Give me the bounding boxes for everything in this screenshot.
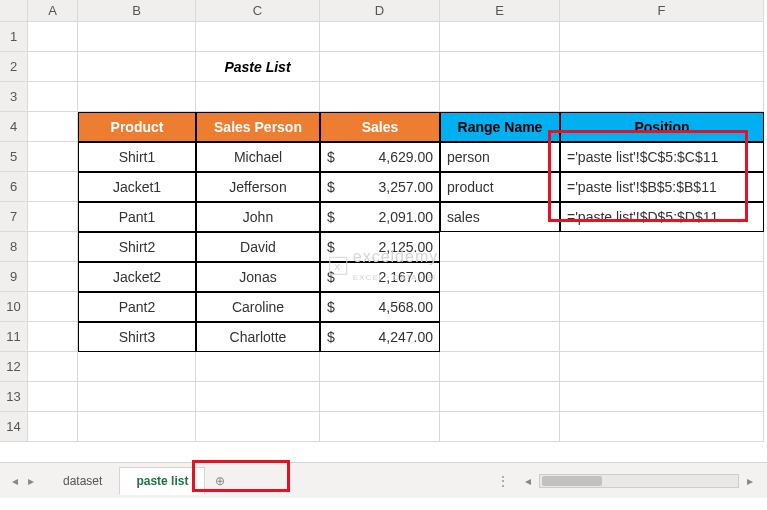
cell-F11[interactable] [560, 322, 764, 352]
cell-A4[interactable] [28, 112, 78, 142]
cell-product-6[interactable]: Shirt3 [78, 322, 196, 352]
tab-prev-icon[interactable]: ▸ [24, 472, 38, 490]
cell-A14[interactable] [28, 412, 78, 442]
cell-sales-3[interactable]: $2,125.00 [320, 232, 440, 262]
cell-person-3[interactable]: David [196, 232, 320, 262]
cell-E13[interactable] [440, 382, 560, 412]
cell-F8[interactable] [560, 232, 764, 262]
cell-A9[interactable] [28, 262, 78, 292]
cell-person-6[interactable]: Charlotte [196, 322, 320, 352]
colhead-B[interactable]: B [78, 0, 196, 22]
cell-person-1[interactable]: Jefferson [196, 172, 320, 202]
rowhead-3[interactable]: 3 [0, 82, 28, 112]
cell-F9[interactable] [560, 262, 764, 292]
cell-B1[interactable] [78, 22, 196, 52]
cell-E3[interactable] [440, 82, 560, 112]
cell-F10[interactable] [560, 292, 764, 322]
scroll-right-icon[interactable]: ▸ [747, 474, 753, 488]
cell-B3[interactable] [78, 82, 196, 112]
cell-F3[interactable] [560, 82, 764, 112]
cell-product-4[interactable]: Jacket2 [78, 262, 196, 292]
cell-D12[interactable] [320, 352, 440, 382]
cell-product-3[interactable]: Shirt2 [78, 232, 196, 262]
cell-A11[interactable] [28, 322, 78, 352]
cell-C12[interactable] [196, 352, 320, 382]
cell-pos-2[interactable]: ='paste list'!$D$5:$D$11 [560, 202, 764, 232]
scroll-left-icon[interactable]: ◂ [525, 474, 531, 488]
cell-E9[interactable] [440, 262, 560, 292]
cell-product-5[interactable]: Pant2 [78, 292, 196, 322]
cell-E12[interactable] [440, 352, 560, 382]
rowhead-5[interactable]: 5 [0, 142, 28, 172]
rowhead-12[interactable]: 12 [0, 352, 28, 382]
cell-person-4[interactable]: Jonas [196, 262, 320, 292]
cell-C1[interactable] [196, 22, 320, 52]
rowhead-2[interactable]: 2 [0, 52, 28, 82]
rowhead-4[interactable]: 4 [0, 112, 28, 142]
cell-D1[interactable] [320, 22, 440, 52]
cell-sales-1[interactable]: $3,257.00 [320, 172, 440, 202]
cell-F1[interactable] [560, 22, 764, 52]
tab-paste-list[interactable]: paste list [119, 467, 205, 495]
cell-E2[interactable] [440, 52, 560, 82]
header-sales-person[interactable]: Sales Person [196, 112, 320, 142]
colhead-D[interactable]: D [320, 0, 440, 22]
cell-sales-5[interactable]: $4,568.00 [320, 292, 440, 322]
cell-A6[interactable] [28, 172, 78, 202]
scrollbar-thumb[interactable] [542, 476, 602, 486]
cell-sales-0[interactable]: $4,629.00 [320, 142, 440, 172]
header-product[interactable]: Product [78, 112, 196, 142]
cell-F14[interactable] [560, 412, 764, 442]
cell-pos-1[interactable]: ='paste list'!$B$5:$B$11 [560, 172, 764, 202]
cell-sales-4[interactable]: $2,167.00 [320, 262, 440, 292]
colhead-C[interactable]: C [196, 0, 320, 22]
cell-range-1[interactable]: product [440, 172, 560, 202]
header-sales[interactable]: Sales [320, 112, 440, 142]
cell-C3[interactable] [196, 82, 320, 112]
cell-A8[interactable] [28, 232, 78, 262]
cell-E14[interactable] [440, 412, 560, 442]
cell-A13[interactable] [28, 382, 78, 412]
rowhead-10[interactable]: 10 [0, 292, 28, 322]
add-sheet-button[interactable]: ⊕ [205, 474, 235, 488]
cell-person-5[interactable]: Caroline [196, 292, 320, 322]
select-all[interactable] [0, 0, 28, 22]
cell-A12[interactable] [28, 352, 78, 382]
colhead-A[interactable]: A [28, 0, 78, 22]
cell-B12[interactable] [78, 352, 196, 382]
cell-E8[interactable] [440, 232, 560, 262]
cell-D3[interactable] [320, 82, 440, 112]
cell-C13[interactable] [196, 382, 320, 412]
cell-C14[interactable] [196, 412, 320, 442]
cell-D2[interactable] [320, 52, 440, 82]
cell-E1[interactable] [440, 22, 560, 52]
colhead-F[interactable]: F [560, 0, 764, 22]
tab-dataset[interactable]: dataset [46, 467, 119, 495]
cell-F2[interactable] [560, 52, 764, 82]
header-range-name[interactable]: Range Name [440, 112, 560, 142]
horizontal-scrollbar[interactable] [539, 474, 739, 488]
rowhead-9[interactable]: 9 [0, 262, 28, 292]
rowhead-13[interactable]: 13 [0, 382, 28, 412]
cell-product-1[interactable]: Jacket1 [78, 172, 196, 202]
rowhead-14[interactable]: 14 [0, 412, 28, 442]
cell-A7[interactable] [28, 202, 78, 232]
worksheet[interactable]: A B C D E F 1 2 Paste List 3 4 Product S… [0, 0, 764, 442]
cell-E10[interactable] [440, 292, 560, 322]
cell-range-2[interactable]: sales [440, 202, 560, 232]
tab-first-icon[interactable]: ◂ [8, 472, 22, 490]
cell-A3[interactable] [28, 82, 78, 112]
cell-A2[interactable] [28, 52, 78, 82]
cell-sales-6[interactable]: $4,247.00 [320, 322, 440, 352]
header-position[interactable]: Position [560, 112, 764, 142]
cell-F12[interactable] [560, 352, 764, 382]
cell-product-0[interactable]: Shirt1 [78, 142, 196, 172]
cell-pos-0[interactable]: ='paste list'!$C$5:$C$11 [560, 142, 764, 172]
cell-B2[interactable] [78, 52, 196, 82]
cell-range-0[interactable]: person [440, 142, 560, 172]
rowhead-6[interactable]: 6 [0, 172, 28, 202]
cell-F13[interactable] [560, 382, 764, 412]
cell-product-2[interactable]: Pant1 [78, 202, 196, 232]
colhead-E[interactable]: E [440, 0, 560, 22]
rowhead-1[interactable]: 1 [0, 22, 28, 52]
